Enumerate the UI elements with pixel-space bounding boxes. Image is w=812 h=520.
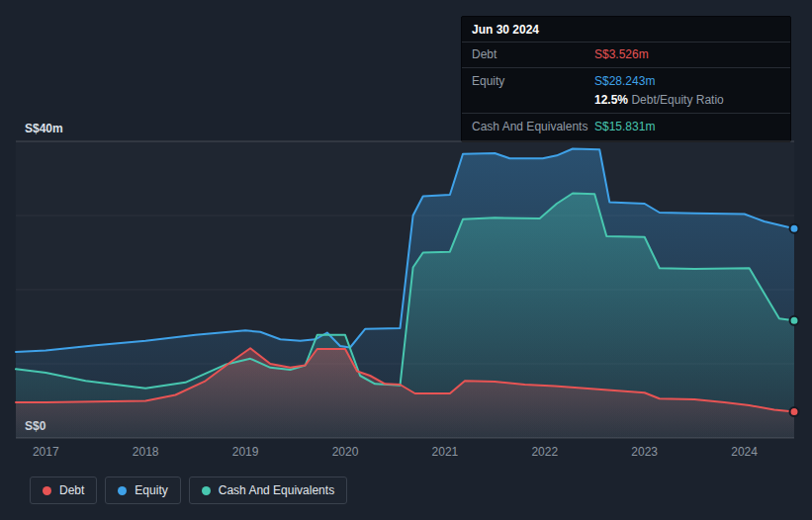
legend-item-debt[interactable]: Debt <box>30 477 97 504</box>
chart-plot[interactable] <box>16 141 794 438</box>
debt-color-dot-icon <box>43 486 51 495</box>
x-axis-label-2021: 2021 <box>432 445 459 459</box>
tooltip-cash-label: Cash And Equivalents <box>472 120 594 134</box>
tooltip-cash-value: S$15.831m <box>594 120 655 134</box>
x-axis-label-2022: 2022 <box>531 445 558 459</box>
legend-label: Debt <box>59 483 84 497</box>
tooltip-equity-value: S$28.243m <box>594 74 655 89</box>
tooltip-debt-label: Debt <box>472 47 594 62</box>
tooltip-debt-value: S$3.526m <box>594 47 649 62</box>
x-axis-label-2024: 2024 <box>731 445 758 459</box>
x-axis: 20172018201920202021202220232024 <box>16 445 794 459</box>
tooltip-row-cash: Cash And Equivalents S$15.831m <box>462 118 790 136</box>
legend-label: Equity <box>135 483 167 497</box>
chart-svg <box>16 141 794 438</box>
tooltip-ratio-label: Debt/Equity Ratio <box>631 93 723 107</box>
tooltip-date: Jun 30 2024 <box>462 17 790 43</box>
legend-item-cash-and-equivalents[interactable]: Cash And Equivalents <box>189 477 347 504</box>
x-axis-label-2020: 2020 <box>332 445 359 459</box>
tooltip-ratio-percent: 12.5% <box>594 93 628 107</box>
tooltip-equity-label: Equity <box>472 74 594 89</box>
x-axis-label-2018: 2018 <box>133 445 159 459</box>
chart-legend: DebtEquityCash And Equivalents <box>30 477 347 504</box>
tooltip-row-equity: Equity S$28.243m <box>462 72 790 91</box>
legend-label: Cash And Equivalents <box>219 483 334 497</box>
x-axis-label-2017: 2017 <box>33 445 59 459</box>
debt-equity-history-panel: Jun 30 2024 Debt S$3.526m Equity S$28.24… <box>0 0 812 520</box>
tooltip-row-ratio: 12.5% Debt/Equity Ratio <box>462 91 790 114</box>
cash-and-equivalents-color-dot-icon <box>202 486 211 495</box>
tooltip-ratio-value: 12.5% Debt/Equity Ratio <box>594 93 724 108</box>
tooltip-ratio-spacer <box>472 93 594 108</box>
chart-tooltip: Jun 30 2024 Debt S$3.526m Equity S$28.24… <box>461 16 791 142</box>
tooltip-row-debt: Debt S$3.526m <box>462 45 790 68</box>
equity-color-dot-icon <box>118 486 127 495</box>
x-axis-label-2019: 2019 <box>232 445 259 459</box>
x-axis-label-2023: 2023 <box>631 445 658 459</box>
legend-item-equity[interactable]: Equity <box>105 477 180 504</box>
y-axis-label-top: S$40m <box>25 122 63 135</box>
